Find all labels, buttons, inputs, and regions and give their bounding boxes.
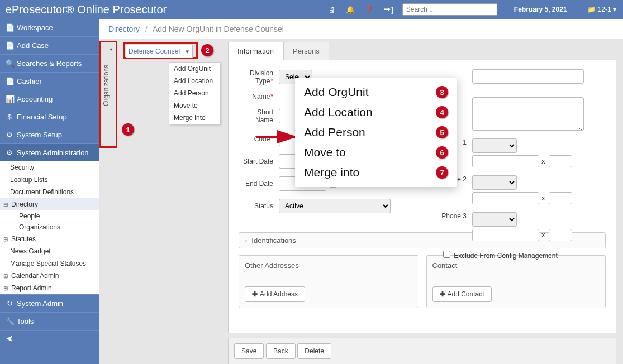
tree-label: Report Admin — [11, 284, 52, 292]
phone1-ext-input[interactable] — [549, 155, 572, 167]
sidebar-item-label: Cashier — [17, 77, 42, 85]
label-exclude: Exclude From Config Management — [454, 252, 557, 260]
breadcrumb-root[interactable]: Directory — [108, 25, 140, 33]
tree-statutes[interactable]: ⊞Statutes — [0, 233, 99, 245]
app-brand: eProsecutor® Online Prosecutor — [6, 3, 167, 16]
status-select[interactable]: Active — [279, 199, 391, 213]
search-input[interactable] — [402, 3, 497, 16]
tree-directory[interactable]: ⊟Directory — [0, 198, 99, 210]
label-end-date: End Date — [239, 180, 279, 188]
label-x: x — [541, 231, 545, 239]
contact-panel: Contact ✚Add Contact — [426, 255, 606, 308]
sidebar-item-workspace[interactable]: 📄Workspace — [0, 19, 99, 36]
bell-icon[interactable]: 🔔 — [346, 6, 355, 14]
label-short-name: Short Name — [239, 108, 279, 124]
sidebar-item-searches[interactable]: 🔍Searches & Reports — [0, 54, 99, 72]
help-icon[interactable]: ❓ — [365, 6, 374, 14]
org-panel-toggle[interactable]: ◂ — [110, 46, 112, 52]
sidebar-collapse[interactable]: ⮜ — [0, 330, 99, 348]
add-address-button[interactable]: ✚Add Address — [245, 286, 305, 302]
callout-1: 1 — [122, 123, 134, 136]
description-textarea[interactable] — [472, 97, 584, 131]
tree-security[interactable]: Security — [0, 161, 99, 174]
ctx-add-location[interactable]: Add Location — [169, 75, 220, 87]
tab-information[interactable]: Information — [228, 42, 283, 60]
wrench-icon: 🔧 — [6, 317, 13, 325]
admin-subtree: Security Lookup Lists Document Definitio… — [0, 161, 99, 294]
sidebar-item-add-case[interactable]: 📄Add Case — [0, 36, 99, 54]
folder-switcher[interactable]: 📁 12-1 ▾ — [587, 0, 616, 19]
tree-label: Directory — [11, 200, 38, 208]
collapse-icon: ⮜ — [6, 335, 13, 343]
phone2-ext-input[interactable] — [549, 192, 572, 204]
plus-icon: ⊞ — [3, 273, 8, 279]
ctx-merge-into[interactable]: Merge into — [169, 112, 220, 124]
callout-5: 5 — [436, 126, 448, 138]
back-button[interactable]: Back — [266, 343, 296, 359]
tree-document-definitions[interactable]: Document Definitions — [0, 186, 99, 198]
save-button[interactable]: Save — [234, 343, 264, 359]
org-dropdown[interactable]: Defense Counsel ▼ — [126, 45, 193, 58]
label-status: Status — [239, 202, 279, 210]
sidebar-item-tools[interactable]: 🔧Tools — [0, 312, 99, 330]
phone1-input[interactable] — [472, 155, 539, 167]
context-menu: Add OrgUnit Add Location Add Person Move… — [169, 62, 220, 124]
page-icon: 📄 — [6, 23, 13, 32]
page-icon: 📄 — [6, 77, 13, 85]
callout-popup: Add OrgUnit3 Add Location4 Add Person5 M… — [295, 78, 457, 187]
sidebar-item-label: System Administration — [17, 149, 89, 157]
sidebar-item-label: Tools — [17, 317, 34, 325]
sidebar-item-financial-setup[interactable]: $Financial Setup — [0, 108, 99, 126]
ctx-add-person[interactable]: Add Person — [169, 87, 220, 99]
phone2-input[interactable] — [472, 192, 539, 204]
sidebar-item-system-admin[interactable]: ↻System Admin — [0, 294, 99, 312]
ctx-add-orgunit[interactable]: Add OrgUnit — [169, 63, 220, 75]
tree-organizations[interactable]: Organizations — [0, 222, 99, 233]
chart-icon: 📊 — [6, 95, 13, 103]
gear-icon: ⚙ — [6, 131, 13, 139]
callout-6: 6 — [436, 146, 448, 159]
phone3-ext-input[interactable] — [549, 229, 572, 241]
exclude-checkbox[interactable] — [443, 251, 450, 258]
other-addresses-panel: Other Addresses ✚Add Address — [239, 255, 418, 308]
sidebar-item-accounting[interactable]: 📊Accounting — [0, 90, 99, 108]
tree-lookup-lists[interactable]: Lookup Lists — [0, 174, 99, 186]
tab-persons[interactable]: Persons — [283, 42, 329, 60]
tree-report-admin[interactable]: ⊞Report Admin — [0, 282, 99, 294]
plus-icon: ✚ — [252, 290, 258, 298]
callout-pop-item: Move to — [304, 146, 346, 159]
btn-label: Add Contact — [448, 290, 484, 298]
btn-label: Add Address — [260, 290, 298, 298]
sidebar-item-label: Add Case — [17, 41, 49, 50]
callout-2: 2 — [201, 44, 213, 56]
sidebar-item-label: System Admin — [17, 299, 63, 308]
sidebar-item-system-setup[interactable]: ⚙System Setup — [0, 126, 99, 143]
add-contact-button[interactable]: ✚Add Contact — [432, 286, 492, 302]
ctx-move-to[interactable]: Move to — [169, 99, 220, 112]
print-icon[interactable]: 🖨 — [329, 6, 336, 14]
tree-news-gadget[interactable]: News Gadget — [0, 245, 99, 257]
sidebar-item-system-administration[interactable]: ⚙System Administration — [0, 143, 99, 161]
right-text-1[interactable] — [472, 69, 584, 84]
tree-manage-special-statuses[interactable]: Manage Special Statuses — [0, 257, 99, 270]
tree-calendar-admin[interactable]: ⊞Calendar Admin — [0, 270, 99, 282]
phone3-input[interactable] — [472, 229, 539, 241]
search-icon: 🔍 — [6, 59, 13, 68]
sidebar: 📄Workspace 📄Add Case 🔍Searches & Reports… — [0, 19, 99, 364]
sidebar-item-label: Financial Setup — [17, 113, 67, 121]
phone1-type-select[interactable] — [472, 138, 517, 153]
org-dropdown-value: Defense Counsel — [129, 47, 180, 55]
breadcrumb-separator: / — [145, 25, 148, 33]
gear-icon: ⚙ — [6, 149, 13, 157]
delete-button[interactable]: Delete — [297, 343, 331, 359]
phone2-type-select[interactable] — [472, 175, 517, 190]
minus-icon: ⊟ — [3, 202, 8, 208]
phone3-type-select[interactable] — [472, 212, 517, 227]
folder-icon: 📁 — [587, 6, 596, 13]
folder-label: 12-1 — [598, 6, 611, 13]
label-x: x — [541, 157, 545, 165]
sidebar-item-cashier[interactable]: 📄Cashier — [0, 72, 99, 90]
logout-icon[interactable]: ⮕] — [384, 6, 393, 14]
tree-people[interactable]: People — [0, 210, 99, 222]
organizations-panel-label[interactable]: Organizations — [102, 65, 110, 106]
